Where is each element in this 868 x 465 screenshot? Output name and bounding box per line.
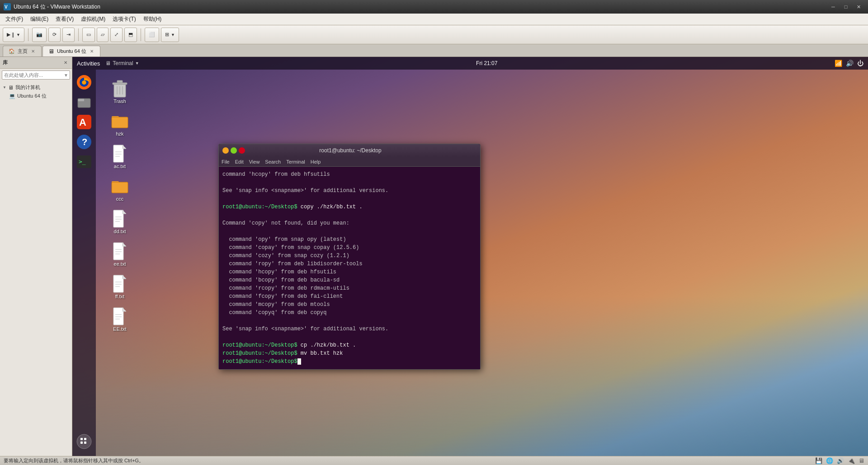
terminal-maximize-btn[interactable] xyxy=(231,147,237,154)
view-btn-3[interactable]: ⤢ xyxy=(110,28,123,42)
svg-rect-35 xyxy=(113,210,123,227)
vmware-app-icon: V xyxy=(4,3,11,10)
terminal-line-22: root1@ubuntu:~/Desktop$ cp ./hzk/bb.txt … xyxy=(222,341,476,349)
send-ctrlaltdel-button[interactable]: ⇥ xyxy=(62,28,75,42)
ccc-folder-icon[interactable]: ccc xyxy=(104,175,136,203)
ac-txt-img xyxy=(111,145,129,163)
hzk-folder-icon[interactable]: hzk xyxy=(104,110,136,138)
close-button[interactable]: ✕ xyxy=(853,2,864,11)
ubuntu-activities[interactable]: Activities xyxy=(77,60,100,67)
statusbar-usb-icon[interactable]: 🔌 xyxy=(848,457,855,464)
toolbar: ▶ ‖ ▼ 📷 ⟳ ⇥ ▭ ▱ ⤢ ⬒ ⬜ ⊞ ▼ xyxy=(0,25,868,44)
terminal-menu-search[interactable]: Search xyxy=(265,159,281,164)
ee-txt-icon[interactable]: ee.txt xyxy=(104,240,136,268)
view-icon-3: ⤢ xyxy=(114,32,118,38)
menu-vm[interactable]: 虚拟机(M) xyxy=(77,14,109,24)
svg-rect-15 xyxy=(84,438,86,440)
svg-point-13 xyxy=(77,434,91,449)
statusbar-hdd-icon[interactable]: 💾 xyxy=(815,457,822,464)
ac-txt-label: ac.txt xyxy=(114,164,126,169)
dock-terminal[interactable]: >_ xyxy=(75,153,93,171)
dock-help[interactable]: ? xyxy=(75,133,93,151)
snapshot-button[interactable]: 📷 xyxy=(32,28,47,42)
sidebar-search: ▼ xyxy=(2,70,70,80)
network-status-icon[interactable]: 📶 xyxy=(835,60,842,67)
terminal-line-11: command 'cozy' from snap cozy (1.2.1) xyxy=(222,252,476,260)
EE-txt-img xyxy=(111,307,129,325)
main-area: 库 ✕ ▼ ▼ 🖥 我的计算机 💻 Ubuntu 64 位 xyxy=(0,57,868,456)
trash-desktop-icon[interactable]: Trash xyxy=(104,78,136,106)
view-icon-4: ⬒ xyxy=(128,32,133,38)
terminal-close-btn[interactable] xyxy=(239,147,245,154)
view-btn-2[interactable]: ▱ xyxy=(97,28,108,42)
sidebar-vm-label: Ubuntu 64 位 xyxy=(17,93,47,99)
unity-button[interactable]: ⊞ ▼ xyxy=(161,28,179,42)
terminal-cmd-1: copy ./hzk/bb.txt . xyxy=(297,204,363,210)
menu-tabs[interactable]: 选项卡(T) xyxy=(109,14,139,24)
restore-button[interactable]: □ xyxy=(840,2,852,11)
svg-rect-40 xyxy=(113,243,123,260)
dock-appstore[interactable]: A xyxy=(75,113,93,131)
view-btn-4[interactable]: ⬒ xyxy=(124,28,137,42)
vm-area[interactable]: Activities 🖥 Terminal ▼ Fri 21:07 📶 🔊 ⏻ xyxy=(72,57,868,456)
unity-icon: ⊞ xyxy=(165,32,169,38)
computer-icon: 🖥 xyxy=(8,85,14,91)
terminal-menu-edit[interactable]: Edit xyxy=(235,159,244,164)
sidebar-close-btn[interactable]: ✕ xyxy=(62,59,69,66)
svg-marker-51 xyxy=(123,308,126,311)
statusbar-audio-icon[interactable]: 🔊 xyxy=(837,457,844,464)
terminal-minimize-btn[interactable] xyxy=(222,147,229,154)
ubuntu-tab-close[interactable]: ✕ xyxy=(89,49,94,54)
fullscreen-button[interactable]: ⬜ xyxy=(145,28,159,42)
terminal-line-1: command 'hcopy' from deb hfsutils xyxy=(222,170,476,178)
home-tab-close[interactable]: ✕ xyxy=(30,49,36,54)
sidebar-search-input[interactable] xyxy=(2,70,70,80)
ctrlaltdel-icon: ⇥ xyxy=(66,32,71,38)
ubuntu-tab[interactable]: 🖥 Ubuntu 64 位 ✕ xyxy=(42,46,100,56)
view-btn-1[interactable]: ▭ xyxy=(82,28,95,42)
svg-rect-45 xyxy=(113,275,123,292)
ubuntu-terminal-app-label[interactable]: 🖥 Terminal ▼ xyxy=(105,60,139,66)
title-bar-left: V Ubuntu 64 位 - VMware Workstation xyxy=(4,3,100,11)
statusbar-network-icon[interactable]: 🌐 xyxy=(826,457,833,464)
hzk-label: hzk xyxy=(116,131,123,136)
menu-file[interactable]: 文件(F) xyxy=(2,14,27,24)
terminal-line-6 xyxy=(222,211,476,219)
svg-text:A: A xyxy=(79,117,86,128)
menu-help[interactable]: 帮助(H) xyxy=(140,14,165,24)
EE-txt-icon[interactable]: EE.txt xyxy=(104,305,136,333)
title-bar-controls: ─ □ ✕ xyxy=(827,2,864,11)
terminal-window[interactable]: root1@ubuntu: ~/Desktop File Edit View S… xyxy=(218,144,481,370)
svg-rect-14 xyxy=(80,438,83,440)
terminal-menu-file[interactable]: File xyxy=(222,159,230,164)
volume-icon[interactable]: 🔊 xyxy=(846,60,854,67)
statusbar-display-icon[interactable]: 🖥 xyxy=(859,457,864,464)
terminal-line-3: See 'snap info <snapname>' for additiona… xyxy=(222,187,476,195)
sidebar-my-computer[interactable]: ▼ 🖥 我的计算机 xyxy=(0,83,72,92)
ac-txt-icon[interactable]: ac.txt xyxy=(104,143,136,171)
dock-firefox[interactable] xyxy=(75,73,93,91)
power-menu-icon[interactable]: ⏻ xyxy=(857,60,863,67)
menu-view[interactable]: 查看(V) xyxy=(52,14,77,24)
terminal-menu-view[interactable]: View xyxy=(249,159,260,164)
terminal-menu-terminal[interactable]: Terminal xyxy=(286,159,305,164)
dd-txt-icon[interactable]: dd.txt xyxy=(104,208,136,236)
svg-rect-19 xyxy=(113,83,127,85)
terminal-menu-help[interactable]: Help xyxy=(311,159,321,164)
revert-button[interactable]: ⟳ xyxy=(48,28,61,42)
ff-txt-icon[interactable]: ff.txt xyxy=(104,273,136,301)
minimize-button[interactable]: ─ xyxy=(827,2,839,11)
home-tab[interactable]: 🏠 主页 ✕ xyxy=(3,46,42,56)
dock-files[interactable] xyxy=(75,93,93,111)
dock-apps-grid[interactable] xyxy=(75,432,93,451)
hzk-folder-img xyxy=(111,112,129,130)
ff-txt-img xyxy=(111,275,129,293)
sidebar-vm-ubuntu[interactable]: 💻 Ubuntu 64 位 xyxy=(0,92,72,100)
terminal-body[interactable]: command 'hcopy' from deb hfsutils See 's… xyxy=(219,167,480,369)
play-pause-button[interactable]: ▶ ‖ ▼ xyxy=(3,28,24,42)
toolbar-separator-3 xyxy=(141,28,141,41)
snapshot-icon: 📷 xyxy=(36,32,42,38)
svg-marker-28 xyxy=(123,145,126,149)
menu-edit[interactable]: 编辑(E) xyxy=(27,14,52,24)
terminal-line-24[interactable]: root1@ubuntu:~/Desktop$ xyxy=(222,357,476,366)
